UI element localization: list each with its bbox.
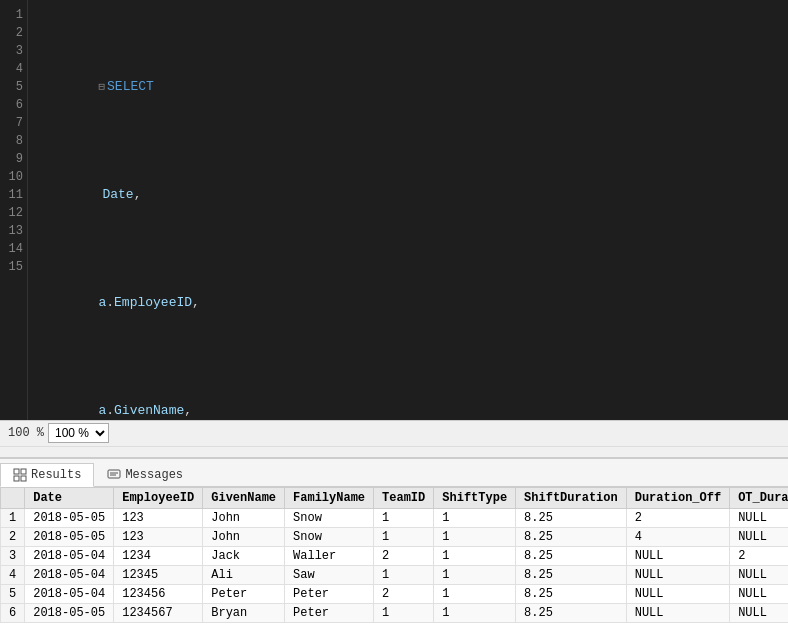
zoom-value: 100 % bbox=[8, 426, 44, 440]
tab-results-label: Results bbox=[31, 468, 81, 482]
cell-teamid: 1 bbox=[374, 603, 434, 622]
table-row: 42018-05-0412345AliSaw118.25NULLNULLNULL bbox=[1, 565, 789, 584]
cell-ot_duration: NULL bbox=[730, 584, 788, 603]
col-duration-off: Duration_Off bbox=[626, 487, 729, 508]
cell-num: 5 bbox=[1, 584, 25, 603]
col-shifttype: ShiftType bbox=[434, 487, 516, 508]
table-row: 22018-05-05123JohnSnow118.254NULLNULL bbox=[1, 527, 789, 546]
tab-results[interactable]: Results bbox=[0, 463, 94, 487]
cell-givenname: John bbox=[203, 508, 285, 527]
col-givenname: GivenName bbox=[203, 487, 285, 508]
cell-familyname: Peter bbox=[285, 584, 374, 603]
svg-rect-4 bbox=[108, 470, 120, 478]
line-numbers: 1 2 3 4 5 6 7 8 9 10 11 12 13 14 15 bbox=[0, 0, 28, 420]
zoom-control: 100 % 100 % 75 % 125 % 150 % bbox=[8, 423, 109, 443]
svg-rect-3 bbox=[21, 476, 26, 481]
grid-icon bbox=[13, 468, 27, 482]
col-employeeid: EmployeeID bbox=[114, 487, 203, 508]
cell-ot_duration: NULL bbox=[730, 565, 788, 584]
cell-duration_off: NULL bbox=[626, 565, 729, 584]
cell-employeeid: 1234567 bbox=[114, 603, 203, 622]
results-panel: Results Messages Date EmployeeID GivenNa… bbox=[0, 457, 788, 626]
svg-rect-2 bbox=[14, 476, 19, 481]
code-line-2: Date, bbox=[36, 168, 780, 222]
cell-familyname: Waller bbox=[285, 546, 374, 565]
editor-area: 1 2 3 4 5 6 7 8 9 10 11 12 13 14 15 ⊟SEL… bbox=[0, 0, 788, 420]
code-line-1: ⊟SELECT bbox=[36, 60, 780, 114]
cell-teamid: 2 bbox=[374, 584, 434, 603]
cell-ot_duration: NULL bbox=[730, 527, 788, 546]
code-line-4: a.GivenName, bbox=[36, 384, 780, 420]
zoom-select[interactable]: 100 % 75 % 125 % 150 % bbox=[48, 423, 109, 443]
cell-givenname: Peter bbox=[203, 584, 285, 603]
cell-familyname: Snow bbox=[285, 508, 374, 527]
cell-date: 2018-05-05 bbox=[25, 508, 114, 527]
cell-employeeid: 12345 bbox=[114, 565, 203, 584]
cell-teamid: 1 bbox=[374, 565, 434, 584]
cell-shiftduration: 8.25 bbox=[516, 527, 627, 546]
bottom-bar: 100 % 100 % 75 % 125 % 150 % bbox=[0, 420, 788, 446]
cell-familyname: Saw bbox=[285, 565, 374, 584]
table-row: 52018-05-04123456PeterPeter218.25NULLNUL… bbox=[1, 584, 789, 603]
svg-rect-1 bbox=[21, 469, 26, 474]
cell-employeeid: 123 bbox=[114, 527, 203, 546]
col-ot-duration: OT_Duration bbox=[730, 487, 788, 508]
cell-shifttype: 1 bbox=[434, 584, 516, 603]
table-header-row: Date EmployeeID GivenName FamilyName Tea… bbox=[1, 487, 789, 508]
code-line-3: a.EmployeeID, bbox=[36, 276, 780, 330]
cell-shiftduration: 8.25 bbox=[516, 508, 627, 527]
cell-teamid: 2 bbox=[374, 546, 434, 565]
cell-employeeid: 123 bbox=[114, 508, 203, 527]
tab-messages-label: Messages bbox=[125, 468, 183, 482]
cell-shifttype: 1 bbox=[434, 508, 516, 527]
collapse-icon[interactable]: ⊟ bbox=[98, 81, 105, 93]
table-row: 12018-05-05123JohnSnow118.252NULLNULL bbox=[1, 508, 789, 527]
table-row: 32018-05-041234JackWaller218.25NULL2NULL bbox=[1, 546, 789, 565]
cell-shiftduration: 8.25 bbox=[516, 565, 627, 584]
cell-date: 2018-05-04 bbox=[25, 546, 114, 565]
cell-shifttype: 1 bbox=[434, 527, 516, 546]
cell-ot_duration: NULL bbox=[730, 603, 788, 622]
results-table-container[interactable]: Date EmployeeID GivenName FamilyName Tea… bbox=[0, 487, 788, 626]
cell-shiftduration: 8.25 bbox=[516, 584, 627, 603]
cell-shifttype: 1 bbox=[434, 603, 516, 622]
tab-messages[interactable]: Messages bbox=[94, 463, 196, 486]
cell-date: 2018-05-04 bbox=[25, 584, 114, 603]
cell-shifttype: 1 bbox=[434, 565, 516, 584]
cell-givenname: Jack bbox=[203, 546, 285, 565]
cell-num: 3 bbox=[1, 546, 25, 565]
message-icon bbox=[107, 468, 121, 482]
col-shiftduration: ShiftDuration bbox=[516, 487, 627, 508]
cell-employeeid: 123456 bbox=[114, 584, 203, 603]
cell-ot_duration: NULL bbox=[730, 508, 788, 527]
table-row: 62018-05-051234567BryanPeter118.25NULLNU… bbox=[1, 603, 789, 622]
cell-teamid: 1 bbox=[374, 527, 434, 546]
col-teamid: TeamID bbox=[374, 487, 434, 508]
col-rownum bbox=[1, 487, 25, 508]
cell-date: 2018-05-04 bbox=[25, 565, 114, 584]
cell-date: 2018-05-05 bbox=[25, 527, 114, 546]
cell-duration_off: NULL bbox=[626, 546, 729, 565]
cell-duration_off: 4 bbox=[626, 527, 729, 546]
col-date: Date bbox=[25, 487, 114, 508]
cell-ot_duration: 2 bbox=[730, 546, 788, 565]
cell-shiftduration: 8.25 bbox=[516, 603, 627, 622]
cell-employeeid: 1234 bbox=[114, 546, 203, 565]
results-table: Date EmployeeID GivenName FamilyName Tea… bbox=[0, 487, 788, 623]
cell-num: 2 bbox=[1, 527, 25, 546]
cell-date: 2018-05-05 bbox=[25, 603, 114, 622]
cell-num: 4 bbox=[1, 565, 25, 584]
horizontal-scrollbar[interactable] bbox=[0, 446, 788, 457]
cell-duration_off: NULL bbox=[626, 603, 729, 622]
cell-teamid: 1 bbox=[374, 508, 434, 527]
cell-givenname: John bbox=[203, 527, 285, 546]
cell-shiftduration: 8.25 bbox=[516, 546, 627, 565]
col-familyname: FamilyName bbox=[285, 487, 374, 508]
cell-familyname: Peter bbox=[285, 603, 374, 622]
results-tbody: 12018-05-05123JohnSnow118.252NULLNULL220… bbox=[1, 508, 789, 622]
cell-familyname: Snow bbox=[285, 527, 374, 546]
svg-rect-0 bbox=[14, 469, 19, 474]
cell-duration_off: NULL bbox=[626, 584, 729, 603]
cell-num: 1 bbox=[1, 508, 25, 527]
code-content[interactable]: ⊟SELECT Date, a.EmployeeID, a.GivenName,… bbox=[28, 0, 788, 420]
